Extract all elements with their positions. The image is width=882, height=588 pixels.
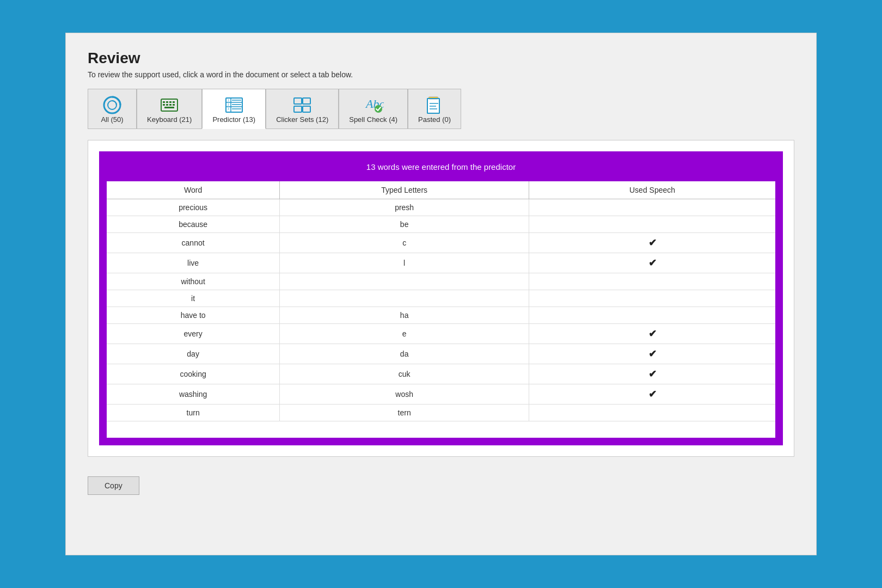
cell-word: cooking [107, 364, 280, 384]
svg-text:2: 2 [228, 103, 229, 106]
table-row: without [107, 273, 775, 290]
checkmark-icon: ✔ [648, 369, 657, 379]
svg-rect-10 [173, 104, 175, 106]
cell-word: turn [107, 405, 280, 421]
cell-word: because [107, 216, 280, 233]
purple-container: 13 words were entered from the predictor… [99, 151, 783, 445]
cell-speech [529, 273, 775, 290]
table-row: cannotc✔ [107, 233, 775, 253]
table-row: turntern [107, 405, 775, 421]
cell-word: day [107, 344, 280, 364]
svg-text:1: 1 [228, 99, 229, 102]
tab-spell[interactable]: Abc Spell Check (4) [339, 89, 408, 129]
svg-rect-5 [169, 101, 171, 103]
cell-speech: ✔ [529, 384, 775, 405]
col-word: Word [107, 181, 280, 199]
cell-word: live [107, 253, 280, 273]
tab-pasted-label: Pasted (0) [418, 115, 451, 124]
cell-typed: ha [280, 307, 529, 324]
table-row: livel✔ [107, 253, 775, 273]
cell-word: every [107, 324, 280, 344]
svg-rect-4 [166, 101, 168, 103]
svg-rect-3 [163, 101, 165, 103]
table-row: it [107, 290, 775, 307]
cell-speech [529, 199, 775, 216]
cell-speech [529, 216, 775, 233]
cell-typed: wosh [280, 384, 529, 405]
cell-word: precious [107, 199, 280, 216]
svg-rect-9 [169, 104, 171, 106]
table-row: preciouspresh [107, 199, 775, 216]
checkmark-icon: ✔ [648, 389, 657, 400]
table-row: dayda✔ [107, 344, 775, 364]
predictor-table: Word Typed Letters Used Speech preciousp… [107, 181, 775, 438]
cell-speech [529, 290, 775, 307]
cell-speech [529, 405, 775, 421]
predictor-icon: 1 2 3 [224, 95, 244, 115]
svg-rect-11 [164, 107, 174, 108]
table-row-spacer [107, 421, 775, 438]
checkmark-icon: ✔ [648, 258, 657, 268]
cell-typed: c [280, 233, 529, 253]
checkmark-icon: ✔ [648, 237, 657, 248]
copy-button[interactable]: Copy [88, 476, 139, 495]
cell-speech [529, 307, 775, 324]
cell-word: cannot [107, 233, 280, 253]
tab-bar: All (50) Keyboard (21) [88, 89, 794, 129]
table-row: have toha [107, 307, 775, 324]
page-subtitle: To review the support used, click a word… [88, 70, 794, 79]
checkmark-icon: ✔ [648, 348, 657, 359]
cell-word: washing [107, 384, 280, 405]
svg-rect-8 [166, 104, 168, 106]
cell-speech: ✔ [529, 364, 775, 384]
cell-word: it [107, 290, 280, 307]
table-row: becausebe [107, 216, 775, 233]
cell-speech: ✔ [529, 253, 775, 273]
cell-word: without [107, 273, 280, 290]
tab-spell-label: Spell Check (4) [349, 115, 397, 124]
table-row: cookingcuk✔ [107, 364, 775, 384]
tab-predictor[interactable]: 1 2 3 Predictor (13) [202, 89, 266, 129]
clicker-icon [292, 95, 313, 115]
pasted-icon [424, 95, 445, 115]
tab-clicker-label: Clicker Sets (12) [276, 115, 328, 124]
col-speech: Used Speech [529, 181, 775, 199]
cell-typed [280, 273, 529, 290]
cell-typed: e [280, 324, 529, 344]
svg-rect-23 [303, 98, 310, 104]
tab-keyboard-label: Keyboard (21) [147, 115, 192, 124]
content-header: 13 words were entered from the predictor [107, 159, 775, 175]
svg-rect-25 [303, 106, 310, 112]
keyboard-icon [159, 95, 180, 115]
button-area: Copy [88, 467, 794, 495]
cell-typed: tern [280, 405, 529, 421]
all-icon [102, 95, 122, 115]
checkmark-icon: ✔ [648, 328, 657, 339]
tab-keyboard[interactable]: Keyboard (21) [137, 89, 202, 129]
page-title: Review [88, 50, 794, 67]
cell-typed: l [280, 253, 529, 273]
tab-clicker[interactable]: Clicker Sets (12) [266, 89, 339, 129]
cell-typed: da [280, 344, 529, 364]
tab-pasted[interactable]: Pasted (0) [408, 89, 461, 129]
spell-icon: Abc [363, 95, 384, 115]
content-area: 13 words were entered from the predictor… [88, 140, 794, 457]
svg-rect-24 [294, 106, 302, 112]
cell-typed: cuk [280, 364, 529, 384]
svg-text:3: 3 [228, 107, 229, 111]
tab-predictor-label: Predictor (13) [212, 115, 255, 124]
svg-rect-6 [173, 101, 175, 103]
table-row: everye✔ [107, 324, 775, 344]
svg-rect-22 [294, 98, 302, 104]
cell-typed [280, 290, 529, 307]
svg-rect-7 [163, 104, 165, 106]
tab-all[interactable]: All (50) [88, 89, 137, 129]
cell-typed: presh [280, 199, 529, 216]
cell-speech: ✔ [529, 344, 775, 364]
main-panel: Review To review the support used, click… [65, 33, 817, 555]
cell-speech: ✔ [529, 324, 775, 344]
cell-speech: ✔ [529, 233, 775, 253]
tab-all-label: All (50) [101, 115, 123, 124]
cell-word: have to [107, 307, 280, 324]
col-typed: Typed Letters [280, 181, 529, 199]
